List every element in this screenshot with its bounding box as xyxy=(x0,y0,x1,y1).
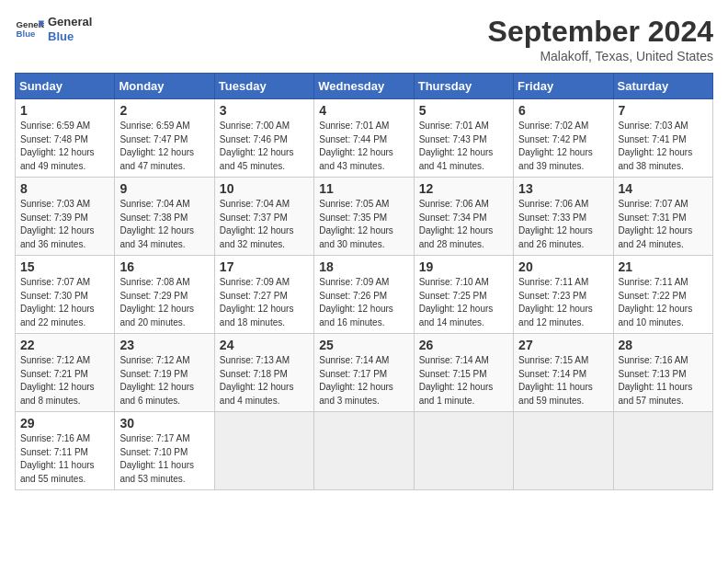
day-number: 7 xyxy=(619,103,708,118)
day-info: Sunrise: 6:59 AMSunset: 7:47 PMDaylight:… xyxy=(119,120,209,173)
calendar-row: 8Sunrise: 7:03 AMSunset: 7:39 PMDaylight… xyxy=(16,178,713,256)
day-number: 8 xyxy=(20,181,109,196)
calendar-cell: 18Sunrise: 7:09 AMSunset: 7:26 PMDayligh… xyxy=(314,256,414,334)
day-number: 20 xyxy=(518,259,608,274)
calendar-cell xyxy=(214,412,313,490)
calendar-cell: 20Sunrise: 7:11 AMSunset: 7:23 PMDayligh… xyxy=(514,256,613,334)
calendar-cell: 4Sunrise: 7:01 AMSunset: 7:44 PMDaylight… xyxy=(314,99,414,178)
day-info: Sunrise: 7:12 AMSunset: 7:19 PMDaylight:… xyxy=(119,354,209,408)
col-saturday: Saturday xyxy=(613,74,712,99)
day-info: Sunrise: 7:16 AMSunset: 7:11 PMDaylight:… xyxy=(20,432,109,486)
calendar-cell: 23Sunrise: 7:12 AMSunset: 7:19 PMDayligh… xyxy=(115,334,214,412)
calendar-cell: 15Sunrise: 7:07 AMSunset: 7:30 PMDayligh… xyxy=(16,256,115,334)
calendar-cell: 13Sunrise: 7:06 AMSunset: 7:33 PMDayligh… xyxy=(514,178,613,256)
day-number: 9 xyxy=(119,181,209,196)
day-info: Sunrise: 7:11 AMSunset: 7:22 PMDaylight:… xyxy=(619,276,708,329)
calendar-cell: 22Sunrise: 7:12 AMSunset: 7:21 PMDayligh… xyxy=(16,334,115,412)
calendar-cell: 5Sunrise: 7:01 AMSunset: 7:43 PMDaylight… xyxy=(414,99,513,178)
day-info: Sunrise: 7:01 AMSunset: 7:43 PMDaylight:… xyxy=(419,120,508,173)
calendar-row: 22Sunrise: 7:12 AMSunset: 7:21 PMDayligh… xyxy=(16,334,713,412)
col-tuesday: Tuesday xyxy=(214,74,313,99)
calendar-table: Sunday Monday Tuesday Wednesday Thursday… xyxy=(15,73,713,490)
day-info: Sunrise: 6:59 AMSunset: 7:48 PMDaylight:… xyxy=(20,120,109,173)
day-info: Sunrise: 7:02 AMSunset: 7:42 PMDaylight:… xyxy=(518,120,608,173)
calendar-cell: 25Sunrise: 7:14 AMSunset: 7:17 PMDayligh… xyxy=(314,334,414,412)
day-info: Sunrise: 7:09 AMSunset: 7:27 PMDaylight:… xyxy=(220,276,309,329)
calendar-cell xyxy=(314,412,414,490)
calendar-cell: 3Sunrise: 7:00 AMSunset: 7:46 PMDaylight… xyxy=(214,99,313,178)
calendar-cell: 6Sunrise: 7:02 AMSunset: 7:42 PMDaylight… xyxy=(514,99,613,178)
calendar-cell: 27Sunrise: 7:15 AMSunset: 7:14 PMDayligh… xyxy=(514,334,613,412)
day-info: Sunrise: 7:06 AMSunset: 7:34 PMDaylight:… xyxy=(419,198,508,251)
calendar-cell: 11Sunrise: 7:05 AMSunset: 7:35 PMDayligh… xyxy=(314,178,414,256)
day-number: 3 xyxy=(220,103,309,118)
day-number: 5 xyxy=(419,103,508,118)
calendar-cell: 9Sunrise: 7:04 AMSunset: 7:38 PMDaylight… xyxy=(115,178,214,256)
day-number: 17 xyxy=(220,259,309,274)
day-number: 18 xyxy=(319,259,408,274)
day-number: 26 xyxy=(419,338,508,352)
calendar-cell xyxy=(414,412,513,490)
day-number: 13 xyxy=(518,181,608,196)
day-number: 19 xyxy=(419,259,508,274)
day-info: Sunrise: 7:17 AMSunset: 7:10 PMDaylight:… xyxy=(119,432,209,486)
day-number: 30 xyxy=(119,416,209,431)
day-number: 25 xyxy=(319,338,408,352)
day-number: 21 xyxy=(619,259,708,274)
calendar-row: 1Sunrise: 6:59 AMSunset: 7:48 PMDaylight… xyxy=(16,99,713,178)
calendar-cell: 2Sunrise: 6:59 AMSunset: 7:47 PMDaylight… xyxy=(115,99,214,178)
day-info: Sunrise: 7:04 AMSunset: 7:37 PMDaylight:… xyxy=(220,198,309,251)
calendar-cell: 1Sunrise: 6:59 AMSunset: 7:48 PMDaylight… xyxy=(16,99,115,178)
location: Malakoff, Texas, United States xyxy=(488,49,713,63)
day-info: Sunrise: 7:14 AMSunset: 7:15 PMDaylight:… xyxy=(419,354,508,408)
day-number: 2 xyxy=(119,103,209,118)
day-number: 11 xyxy=(319,181,408,196)
header-row: Sunday Monday Tuesday Wednesday Thursday… xyxy=(16,74,713,99)
calendar-cell: 24Sunrise: 7:13 AMSunset: 7:18 PMDayligh… xyxy=(214,334,313,412)
calendar-cell: 26Sunrise: 7:14 AMSunset: 7:15 PMDayligh… xyxy=(414,334,513,412)
calendar-cell: 28Sunrise: 7:16 AMSunset: 7:13 PMDayligh… xyxy=(613,334,712,412)
calendar-cell: 10Sunrise: 7:04 AMSunset: 7:37 PMDayligh… xyxy=(214,178,313,256)
calendar-cell: 8Sunrise: 7:03 AMSunset: 7:39 PMDaylight… xyxy=(16,178,115,256)
calendar-cell: 19Sunrise: 7:10 AMSunset: 7:25 PMDayligh… xyxy=(414,256,513,334)
calendar-cell: 16Sunrise: 7:08 AMSunset: 7:29 PMDayligh… xyxy=(115,256,214,334)
day-info: Sunrise: 7:11 AMSunset: 7:23 PMDaylight:… xyxy=(518,276,608,329)
day-info: Sunrise: 7:14 AMSunset: 7:17 PMDaylight:… xyxy=(319,354,408,408)
day-info: Sunrise: 7:12 AMSunset: 7:21 PMDaylight:… xyxy=(20,354,109,408)
logo-text-general: General xyxy=(48,15,92,29)
calendar-row: 15Sunrise: 7:07 AMSunset: 7:30 PMDayligh… xyxy=(16,256,713,334)
day-info: Sunrise: 7:07 AMSunset: 7:30 PMDaylight:… xyxy=(20,276,109,329)
day-info: Sunrise: 7:01 AMSunset: 7:44 PMDaylight:… xyxy=(319,120,408,173)
day-info: Sunrise: 7:00 AMSunset: 7:46 PMDaylight:… xyxy=(220,120,309,173)
day-number: 16 xyxy=(119,259,209,274)
day-number: 29 xyxy=(20,416,109,431)
day-number: 14 xyxy=(619,181,708,196)
day-number: 24 xyxy=(220,338,309,352)
day-info: Sunrise: 7:09 AMSunset: 7:26 PMDaylight:… xyxy=(319,276,408,329)
day-number: 15 xyxy=(20,259,109,274)
logo-icon: General Blue xyxy=(15,15,44,44)
day-number: 28 xyxy=(619,338,708,352)
calendar-row: 29Sunrise: 7:16 AMSunset: 7:11 PMDayligh… xyxy=(16,412,713,490)
day-number: 27 xyxy=(518,338,608,352)
calendar-cell: 14Sunrise: 7:07 AMSunset: 7:31 PMDayligh… xyxy=(613,178,712,256)
day-number: 4 xyxy=(319,103,408,118)
calendar-cell xyxy=(514,412,613,490)
col-thursday: Thursday xyxy=(414,74,513,99)
col-wednesday: Wednesday xyxy=(314,74,414,99)
day-info: Sunrise: 7:07 AMSunset: 7:31 PMDaylight:… xyxy=(619,198,708,251)
day-info: Sunrise: 7:03 AMSunset: 7:41 PMDaylight:… xyxy=(619,120,708,173)
day-info: Sunrise: 7:03 AMSunset: 7:39 PMDaylight:… xyxy=(20,198,109,251)
day-number: 12 xyxy=(419,181,508,196)
month-title: September 2024 xyxy=(488,15,713,49)
day-info: Sunrise: 7:05 AMSunset: 7:35 PMDaylight:… xyxy=(319,198,408,251)
calendar-cell: 7Sunrise: 7:03 AMSunset: 7:41 PMDaylight… xyxy=(613,99,712,178)
calendar-cell: 17Sunrise: 7:09 AMSunset: 7:27 PMDayligh… xyxy=(214,256,313,334)
logo-text-blue: Blue xyxy=(48,29,92,44)
svg-text:Blue: Blue xyxy=(17,29,36,39)
day-number: 1 xyxy=(20,103,109,118)
day-info: Sunrise: 7:15 AMSunset: 7:14 PMDaylight:… xyxy=(518,354,608,408)
day-number: 22 xyxy=(20,338,109,352)
calendar-cell: 21Sunrise: 7:11 AMSunset: 7:22 PMDayligh… xyxy=(613,256,712,334)
day-number: 23 xyxy=(119,338,209,352)
